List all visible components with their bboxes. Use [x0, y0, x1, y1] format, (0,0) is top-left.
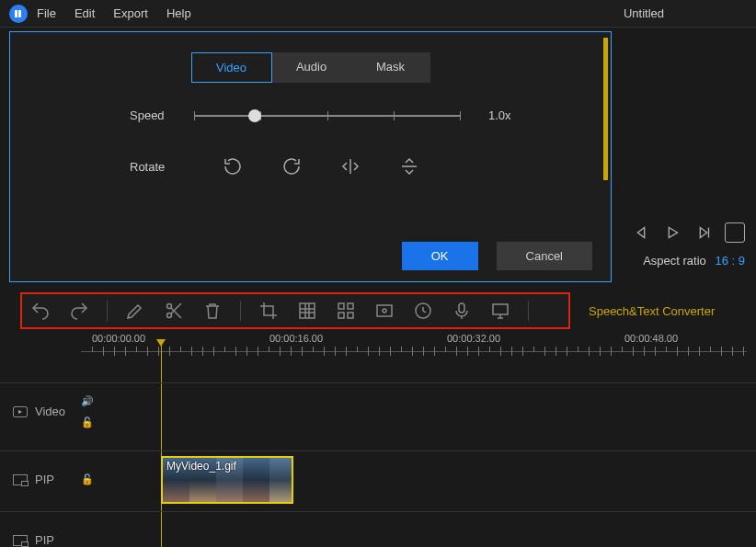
edit-pencil-icon[interactable] [124, 300, 146, 322]
svg-rect-12 [493, 304, 508, 314]
voiceover-mic-icon[interactable] [451, 300, 473, 322]
aspect-ratio-label: Aspect ratio [643, 254, 706, 268]
track-pip-2[interactable]: PIP [0, 511, 756, 547]
freeze-frame-icon[interactable] [373, 300, 395, 322]
svg-point-1 [167, 313, 172, 318]
pip-track-icon [13, 474, 28, 485]
separator [240, 301, 241, 321]
svg-rect-7 [348, 313, 353, 318]
speed-slider[interactable] [194, 115, 461, 117]
svg-rect-0 [732, 230, 739, 236]
aspect-ratio-value[interactable]: 16 : 9 [715, 254, 745, 268]
dialog-scrollbar[interactable] [603, 38, 608, 180]
tab-video[interactable]: Video [191, 52, 272, 83]
track-label-pip: PIP [35, 533, 54, 547]
time-label: 00:00:48.00 [624, 333, 678, 344]
lock-icon[interactable]: 🔓 [81, 416, 109, 428]
prev-frame-icon[interactable] [631, 222, 651, 243]
track-pip-1[interactable]: PIP 🔓 [0, 450, 756, 507]
menu-edit[interactable]: Edit [74, 6, 95, 20]
rotate-ccw-icon[interactable] [222, 155, 244, 177]
mute-icon[interactable]: 🔊 [81, 395, 109, 407]
rotate-cw-icon[interactable] [281, 155, 303, 177]
video-settings-dialog: Video Audio Mask Speed 1.0x Rotate OK Ca… [9, 31, 612, 282]
svg-rect-5 [348, 303, 353, 309]
speed-label: Speed [130, 108, 194, 122]
svg-point-9 [383, 309, 386, 313]
document-title: Untitled [552, 6, 736, 20]
track-label-video: Video [35, 405, 65, 418]
crop-icon[interactable] [258, 300, 280, 322]
delete-trash-icon[interactable] [201, 300, 223, 322]
redo-icon[interactable] [68, 300, 90, 322]
menu-help[interactable]: Help [166, 6, 191, 20]
ok-button[interactable]: OK [402, 242, 478, 270]
timeline-toolbar [20, 292, 570, 329]
next-frame-icon[interactable] [693, 222, 714, 243]
speed-slider-thumb[interactable] [248, 109, 261, 122]
clip-myvideo[interactable]: MyVideo_1.gif [161, 456, 293, 504]
speed-value: 1.0x [488, 108, 511, 122]
menu-file[interactable]: File [37, 6, 56, 20]
speech-text-converter-link[interactable]: Speech&Text Converter [589, 304, 715, 318]
aspect-ratio: Aspect ratio 16 : 9 [643, 254, 745, 268]
svg-rect-4 [338, 303, 344, 309]
track-label-pip: PIP [35, 473, 54, 486]
flip-horizontal-icon[interactable] [339, 155, 361, 177]
time-label: 00:00:00.00 [92, 333, 145, 344]
menubar: File Edit Export Help Untitled [0, 0, 756, 28]
duration-clock-icon[interactable] [412, 300, 434, 322]
pip-track-icon [13, 535, 28, 546]
grid-icon[interactable] [335, 300, 357, 322]
svg-rect-11 [459, 303, 464, 313]
dialog-tabs: Video Audio Mask [191, 52, 430, 83]
time-label: 00:00:16.00 [269, 333, 323, 344]
time-label: 00:00:32.00 [447, 333, 500, 344]
split-scissors-icon[interactable] [163, 300, 185, 322]
svg-rect-8 [377, 305, 392, 316]
tab-mask[interactable]: Mask [351, 52, 430, 83]
video-track-icon: ▸ [13, 406, 28, 417]
export-screen-icon[interactable] [489, 300, 511, 322]
menu-export[interactable]: Export [113, 6, 148, 20]
stop-icon[interactable] [725, 222, 745, 243]
timeline-ruler[interactable]: 00:00:00.00 00:00:16.00 00:00:32.00 00:0… [81, 333, 756, 360]
undo-icon[interactable] [29, 300, 52, 322]
preview-controls [631, 222, 745, 243]
svg-point-2 [167, 304, 172, 309]
app-logo-icon [9, 5, 28, 23]
flip-vertical-icon[interactable] [398, 155, 420, 177]
play-icon[interactable] [662, 222, 682, 243]
tab-audio[interactable]: Audio [272, 52, 351, 83]
lock-icon[interactable]: 🔓 [81, 473, 109, 485]
cancel-button[interactable]: Cancel [497, 242, 592, 270]
mosaic-icon[interactable] [296, 300, 318, 322]
separator [528, 301, 529, 321]
svg-rect-6 [338, 313, 344, 318]
svg-rect-3 [300, 303, 315, 318]
clip-filename: MyVideo_1.gif [166, 460, 236, 473]
separator [107, 301, 108, 321]
rotate-label: Rotate [130, 160, 194, 174]
track-video[interactable]: ▸ Video 🔊 🔓 [0, 382, 756, 439]
